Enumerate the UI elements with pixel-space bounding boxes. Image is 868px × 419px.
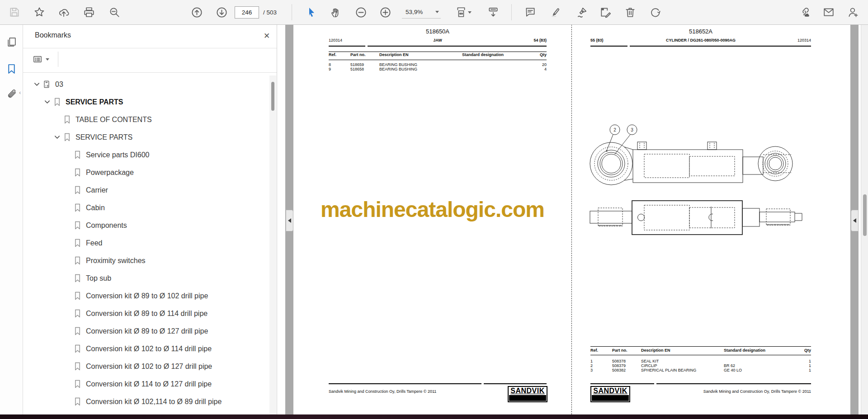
bookmark-icon <box>72 168 82 177</box>
print-button[interactable] <box>83 6 95 19</box>
bookmark-icon <box>72 344 82 353</box>
bookmark-expand-chevron[interactable] <box>42 99 52 105</box>
bookmark-item[interactable]: Conversion kit Ø 89 to Ø 114 drill pipe <box>23 305 269 322</box>
page-number-input[interactable] <box>235 6 259 19</box>
attachments-button[interactable] <box>5 88 18 100</box>
table-cell: 8 <box>329 62 331 67</box>
bookmark-item[interactable]: Cabin <box>23 199 269 217</box>
bookmark-expand-chevron[interactable] <box>32 81 42 88</box>
bookmark-label: TABLE OF CONTENTS <box>75 116 152 124</box>
document-scrollbar[interactable] <box>861 24 868 414</box>
bookmark-item[interactable]: 03 <box>23 75 269 93</box>
bookmark-item[interactable]: TABLE OF CONTENTS <box>23 111 269 128</box>
share-link-button[interactable] <box>798 6 811 19</box>
minus-circle-icon <box>355 6 367 19</box>
bookmark-item[interactable]: Conversion kit Ø 89 to Ø 102 drill pipe <box>23 287 269 305</box>
table-cell: 3 <box>590 368 593 372</box>
table-column-header: Description EN <box>641 348 670 353</box>
star-favorite-button[interactable] <box>33 6 46 19</box>
bookmark-item[interactable]: Conversion kit Ø 102 to Ø 114 drill pipe <box>23 340 269 358</box>
left-page-footer-text: Sandvik Mining and Construction Oy, Dril… <box>329 389 436 394</box>
next-page-button[interactable] <box>215 6 228 19</box>
bookmark-label: Conversion kit Ø 89 to Ø 102 drill pipe <box>86 292 208 300</box>
rotate-pages-button[interactable] <box>649 6 661 19</box>
delete-pages-button[interactable] <box>624 6 637 19</box>
bookmark-label: Proximity switches <box>86 257 146 265</box>
bookmark-icon <box>74 186 81 194</box>
fill-sign-button[interactable] <box>599 6 612 19</box>
table-cell: 1 <box>809 368 811 372</box>
sandvik-logo: SANDVIK <box>508 386 547 402</box>
bookmark-item[interactable]: Proximity switches <box>23 252 269 269</box>
add-user-button[interactable] <box>847 6 859 19</box>
close-panel-button[interactable]: ✕ <box>261 30 272 41</box>
right-page-title: 518652A <box>590 28 811 35</box>
collapse-left-panel-handle[interactable] <box>286 210 293 231</box>
bookmark-item[interactable]: Components <box>23 217 269 234</box>
select-tool-button[interactable] <box>305 6 318 19</box>
chevron-down-icon[interactable] <box>44 99 51 105</box>
bookmark-label: Conversion kit Ø 89 to Ø 114 drill pipe <box>86 310 208 318</box>
document-scrollbar-thumb[interactable] <box>863 194 867 236</box>
page-thumbnails-button[interactable] <box>5 36 18 48</box>
bookmark-item[interactable]: Conversion kit Ø 89 to Ø 127 drill pipe <box>23 322 269 340</box>
zoom-in-button[interactable] <box>379 6 392 19</box>
comment-button[interactable] <box>524 6 537 19</box>
bookmarks-panel-button[interactable] <box>5 62 18 75</box>
hand-tool-button[interactable] <box>330 6 342 19</box>
bookmark-label: 03 <box>55 80 63 89</box>
previous-page-button[interactable] <box>190 6 203 19</box>
bookmark-options-button[interactable] <box>33 52 56 66</box>
bookmark-item[interactable]: Conversion kit Ø 102,114 to Ø 89 drill p… <box>23 393 269 410</box>
cylinder-side-view <box>590 201 802 235</box>
zoom-level-dropdown[interactable]: 53,9% <box>402 6 441 19</box>
bookmark-item[interactable]: Conversion kit Ø 114 to Ø 127 drill pipe <box>23 375 269 393</box>
watermark-text: machinecatalogic.com <box>293 197 571 222</box>
plus-circle-icon <box>379 6 392 19</box>
paperclip-icon <box>6 89 17 100</box>
expand-tools-panel-handle[interactable] <box>851 210 859 231</box>
table-cell: 9 <box>329 67 331 71</box>
bookmark-item[interactable]: SERVICE PARTS <box>23 128 269 146</box>
bookmark-icon <box>72 309 82 318</box>
panel-scrollbar-thumb[interactable] <box>271 82 274 111</box>
left-page-title: 518650A <box>329 28 547 35</box>
fit-width-button[interactable] <box>454 6 472 19</box>
bookmark-item[interactable]: Service parts DI600 <box>23 146 269 164</box>
bookmark-item[interactable]: Top sub <box>23 269 269 287</box>
chevron-down-icon[interactable] <box>54 134 61 141</box>
bookmark-expand-chevron[interactable] <box>52 134 62 141</box>
right-page-doc-code: 120314 <box>797 38 811 42</box>
cloud-upload-icon <box>58 6 70 18</box>
page-thumbnails-icon <box>6 37 17 48</box>
toolbar-divider <box>511 4 512 20</box>
email-button[interactable] <box>822 6 835 19</box>
comment-bubble-icon <box>524 6 536 18</box>
search-button[interactable] <box>108 6 121 19</box>
chevron-down-icon[interactable] <box>33 81 40 88</box>
sign-button[interactable] <box>576 6 588 19</box>
save-button[interactable] <box>8 6 21 19</box>
zoom-out-button[interactable] <box>354 6 367 19</box>
sandvik-logo-text: SANDVIK <box>509 387 547 395</box>
table-column-header: Description EN <box>379 52 409 57</box>
os-taskbar-strip[interactable] <box>0 414 868 419</box>
expand-tools-icon <box>853 218 856 223</box>
panel-scrollbar[interactable] <box>269 75 276 414</box>
scrolling-mode-button[interactable] <box>487 6 500 19</box>
table-row: 8518659BEARING BUSHING20 <box>329 62 547 67</box>
bookmark-item[interactable]: SERVICE PARTS <box>23 93 269 111</box>
share-upload-button[interactable] <box>57 6 70 19</box>
search-icon <box>108 6 120 18</box>
highlight-button[interactable] <box>549 6 561 19</box>
rotate-icon <box>649 6 661 18</box>
bookmark-item[interactable]: Carrier <box>23 181 269 199</box>
bookmark-label: Components <box>86 221 127 230</box>
envelope-icon <box>823 6 835 18</box>
bookmark-item[interactable]: Conversion kit Ø 102 to Ø 127 drill pipe <box>23 358 269 375</box>
bookmark-item[interactable]: Feed <box>23 234 269 252</box>
bookmark-item[interactable]: Powerpackage <box>23 164 269 181</box>
zoom-level-value: 53,9% <box>406 9 423 15</box>
bookmark-icon <box>72 362 82 371</box>
arrow-up-circle-icon <box>191 6 203 19</box>
